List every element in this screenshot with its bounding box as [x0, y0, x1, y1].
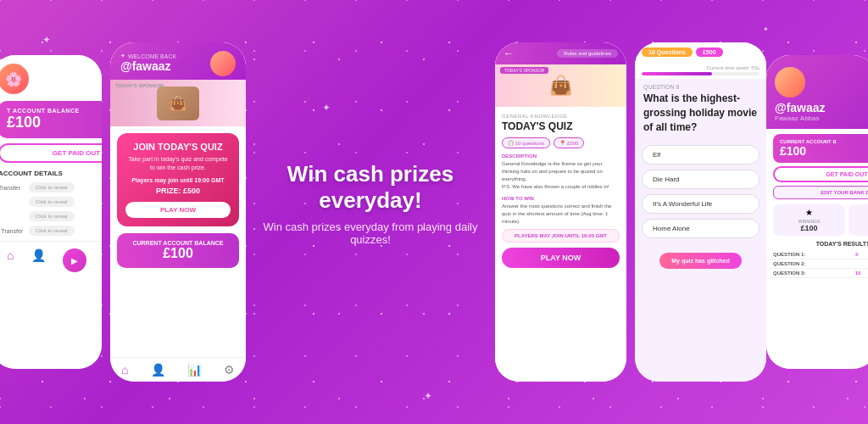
phone2-balance-label: CURRENT ACCOUNT BALANCE — [125, 240, 231, 246]
phone1-reveal-3[interactable]: Click to reveal — [29, 211, 75, 221]
phone3-questions-label: 10 questions — [515, 141, 544, 146]
phone4-timer-section: Current time spent: 55s — [635, 62, 766, 79]
phone1-get-paid-button[interactable]: GET PAID OUT — [0, 143, 102, 163]
phone5-username: @fawaaz — [775, 101, 868, 114]
phone1-row-3: Click to reveal — [0, 211, 102, 221]
star-icon: ✦ — [120, 53, 125, 59]
globe-icon: 🌐 — [854, 208, 868, 217]
phone5-stats-row: ★ WINNINGS £100 🌐 WORLD RANK #2 — [773, 204, 868, 236]
phone5-content: EDIT PR @fawaaz Fawaaz Abbas CURRENT ACC… — [766, 55, 868, 369]
phone5-result-1-q: QUESTION 1: — [773, 252, 805, 257]
phone1-reveal-2[interactable]: Click to reveal — [29, 197, 75, 207]
phone3-category: GENERAL KNOWLEDGE — [502, 114, 620, 119]
phone1-row-2: Click to reveal — [0, 197, 102, 207]
phone3-how-to-win-text: Answer the most questions correct and fi… — [502, 203, 620, 226]
phone3-play-button[interactable]: PLAY NOW — [502, 248, 620, 268]
phone5-edit-bank-button[interactable]: EDIT YOUR BANK DE — [773, 186, 868, 199]
phone4-glitch-button[interactable]: My quiz has glitched — [659, 253, 741, 269]
phone4-topbar: 10 Questions £500 — [635, 42, 766, 62]
phone2-avatar — [210, 51, 236, 76]
phone3-prize-label: £500 — [567, 141, 578, 146]
phone5-result-1: QUESTION 1: 0 Ques — [766, 250, 868, 259]
phone3-rules-button[interactable]: Rules and guidelines — [557, 49, 618, 58]
phone2-balance-section: CURRENT ACCOUNT BALANCE £100 — [117, 233, 239, 268]
phone3-content: ← Rules and guidelines TODAY'S SPONSOR 👜… — [495, 42, 626, 382]
phone1-reveal-1[interactable]: Click to reveal — [29, 182, 75, 192]
phone5-get-paid-button[interactable]: GET PAID OUT — [773, 166, 868, 182]
phone2-header: ✦ WELCOME BACK @fawaaz — [110, 42, 246, 80]
phone2-bag-icon: 👜 — [157, 86, 199, 120]
phone3-description-label: DESCRIPTION — [502, 153, 620, 159]
promo-subtitle: Win cash prizes everyday from playing da… — [263, 220, 478, 246]
phone2-chart-icon[interactable]: 📊 — [187, 363, 202, 377]
phone4-option-3-text: It's A Wonderful Life — [653, 200, 712, 208]
phone3-quiz-content: GENERAL KNOWLEDGE TODAY'S QUIZ 📋 10 ques… — [495, 107, 626, 382]
quiz-icon: 📋 — [508, 140, 514, 146]
phone2-sponsor-banner: TODAY'S SPONSOR 👜 — [110, 80, 246, 126]
prize-icon: 📍 — [559, 140, 565, 146]
phone-quiz-home: ✦ WELCOME BACK @fawaaz TODAY'S SPONSOR 👜… — [110, 42, 246, 382]
phone5-result-2-q: QUESTION 2: — [773, 261, 805, 266]
phone2-home-icon[interactable]: ⌂ — [121, 363, 128, 377]
phone3-sponsor-banner: TODAY'S SPONSOR 👜 — [495, 64, 626, 107]
phone1-reveal-transfer[interactable]: Click to reveal — [29, 226, 75, 236]
phone2-gear-icon[interactable]: ⚙ — [224, 363, 235, 377]
phone3-sponsor-tag: TODAY'S SPONSOR — [500, 67, 548, 74]
sparkle-8: ✦ — [763, 25, 769, 33]
phone1-balance-amount: £100 — [7, 114, 102, 131]
phone2-quiz-card: JOIN TODAY'S QUIZ Take part in today's q… — [117, 133, 239, 226]
app-layout: ✦ ✦ ✦ ✦ ✦ ✦ ✦ ✦ ✦ 🌸 T ACCOUNT BALANCE £1… — [0, 0, 868, 424]
phone3-desc-text: General Knowledge is the theme so get yo… — [502, 161, 603, 181]
sparkle-7: ✦ — [424, 390, 432, 402]
phone3-prize-tag: 📍 £500 — [554, 137, 584, 148]
phone4-option-3[interactable]: It's A Wonderful Life — [642, 194, 760, 214]
phone3-topbar: ← Rules and guidelines — [495, 42, 626, 64]
phone5-stat-winnings: ★ WINNINGS £100 — [773, 204, 845, 236]
phone2-play-button[interactable]: PLAY NOW — [125, 202, 231, 218]
phone1-row-transfer: l Transfer Click to reveal — [0, 226, 102, 236]
phone1-play-button[interactable]: ▶ — [63, 248, 86, 272]
phone1-avatar: 🌸 — [0, 64, 29, 94]
phone5-header: EDIT PR @fawaaz Fawaaz Abbas — [766, 55, 868, 129]
phone4-option-2[interactable]: Die Hard — [642, 170, 760, 189]
phone1-home-icon[interactable]: ⌂ — [7, 248, 14, 272]
phone4-question-text: What is the highest-grossing holiday mov… — [635, 92, 766, 142]
star-icon: ★ — [778, 208, 840, 217]
phone4-timer-fill — [642, 72, 712, 75]
phone2-quiz-title: JOIN TODAY'S QUIZ — [125, 142, 231, 152]
phone4-prize-pill: £500 — [696, 47, 723, 57]
phone3-bag-icon: 👜 — [549, 75, 572, 97]
phone-quiz-question: 10 Questions £500 Current time spent: 55… — [635, 42, 766, 382]
phone5-rank-value: #2 — [854, 224, 868, 232]
phone4-timer-bar — [642, 72, 760, 75]
center-promo: Win cash prizes everyday! Win cash prize… — [246, 161, 495, 263]
phone5-result-3-q: QUESTION 3: — [773, 271, 805, 276]
phone5-result-1-score: 0 — [855, 252, 858, 257]
phone1-footer: ⌂ 👤 ▶ 📊 ⚙ — [0, 241, 102, 276]
phone-account: 🌸 T ACCOUNT BALANCE £100 GET PAID OUT AC… — [0, 55, 102, 369]
phone1-balance-box: T ACCOUNT BALANCE £100 — [0, 101, 102, 138]
phone4-option-4[interactable]: Home Alone — [642, 219, 760, 238]
sparkle-1: ✦ — [42, 34, 51, 46]
phone2-content: ✦ WELCOME BACK @fawaaz TODAY'S SPONSOR 👜… — [110, 42, 246, 382]
phone2-sponsor-label: TODAY'S SPONSOR — [115, 83, 164, 88]
phone1-transfer-label: l Transfer — [0, 228, 24, 234]
phone2-prize: PRIZE: £500 — [125, 187, 231, 195]
phone4-option-1-text: Elf — [653, 151, 660, 159]
phone1-content: 🌸 T ACCOUNT BALANCE £100 GET PAID OUT AC… — [0, 55, 102, 369]
phone1-balance-label: T ACCOUNT BALANCE — [7, 108, 102, 114]
phone3-how-to-win-label: HOW TO WIN — [502, 196, 620, 201]
phone3-back-button[interactable]: ← — [504, 47, 514, 59]
phone3-questions-tag: 📋 10 questions — [502, 137, 550, 148]
phone4-option-1[interactable]: Elf — [642, 145, 760, 165]
phone5-realname: Fawaaz Abbas — [775, 114, 868, 122]
phone5-result-3: QUESTION 3: 10 UES — [766, 269, 868, 278]
phone1-person-icon[interactable]: 👤 — [31, 248, 46, 272]
phone5-stat-rank: 🌐 WORLD RANK #2 — [849, 204, 868, 236]
promo-title: Win cash prizes everyday! — [263, 161, 478, 214]
phone2-person-icon[interactable]: 👤 — [151, 363, 165, 377]
phone5-results-title: TODAY'S RESULTS (F — [766, 241, 868, 247]
phone3-quiz-title: TODAY'S QUIZ — [502, 120, 620, 132]
phone4-timer-label: Current time spent: 55s — [642, 65, 760, 70]
phone4-option-4-text: Home Alone — [653, 225, 690, 232]
